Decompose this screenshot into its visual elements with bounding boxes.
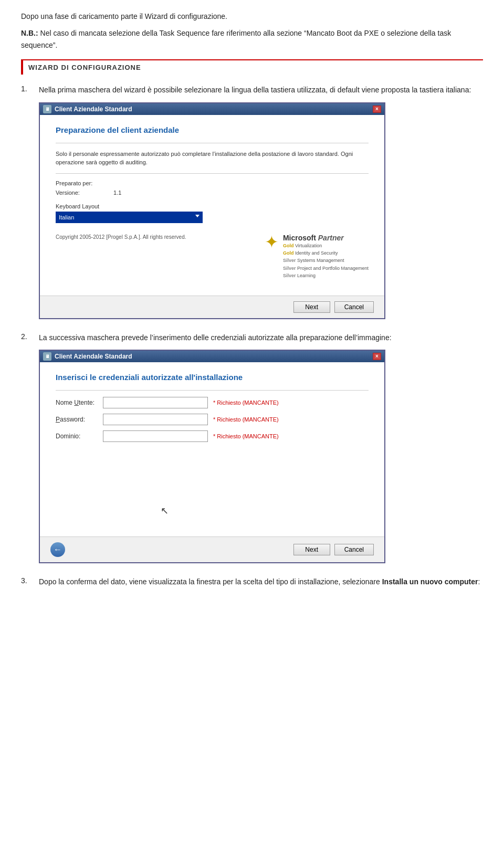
step-1: 1. Nella prima maschera del wizard è pos…	[21, 84, 483, 319]
step-1-content: Nella prima maschera del wizard è possib…	[39, 84, 483, 319]
field-row-versione: Versione: 1.1	[56, 190, 369, 196]
dialog-1-icon: 🖥	[43, 105, 51, 113]
cred-row-dominio: Dominio: * Richiesto (MANCANTE)	[56, 430, 369, 442]
dialog-1-next-button[interactable]: Next	[293, 301, 330, 313]
ms-partner-section: Copyright 2005-2012 [Progel S.p.A.]. All…	[56, 234, 369, 280]
dialog-1-body: Preparazione del client aziendale Solo i…	[40, 115, 384, 296]
underline-p: P	[56, 416, 60, 423]
cred-required-username: * Richiesto (MANCANTE)	[213, 399, 279, 406]
dialog-1-close[interactable]: ×	[373, 106, 381, 113]
cred-input-password[interactable]	[103, 414, 208, 425]
dialog-1-blue-title: Preparazione del client aziendale	[56, 125, 369, 134]
dropdown-arrow-icon	[195, 215, 200, 219]
nb-label: N.B.:	[21, 29, 38, 37]
dialog-2-titlebar: 🖥 Client Aziendale Standard ×	[40, 351, 384, 362]
field-value-versione: 1.1	[113, 190, 121, 196]
dialog-1: 🖥 Client Aziendale Standard × Preparazio…	[39, 102, 385, 319]
step-2-content: La successiva maschera prevede l’inserim…	[39, 332, 483, 563]
comp-3: Silver Systems Management	[283, 257, 369, 264]
step-2-number: 2.	[21, 332, 37, 563]
keyboard-selected-value: Italian	[59, 214, 74, 220]
dialog-2-title-text: Client Aziendale Standard	[55, 353, 132, 360]
cred-label-dominio: Dominio:	[56, 433, 103, 440]
comp-1: Gold Virtualization	[283, 242, 369, 249]
cred-required-dominio: * Richiesto (MANCANTE)	[213, 433, 279, 439]
step-2: 2. La successiva maschera prevede l’inse…	[21, 332, 483, 563]
dialog-2-bottom-row: ← Next Cancel	[50, 542, 374, 557]
dialog-1-title: Client Aziendale Standard	[55, 106, 132, 113]
ms-competencies: Gold Virtualization Gold Identity and Se…	[283, 242, 369, 280]
field-row-preparato: Preparato per:	[56, 180, 369, 186]
step-2-text: La successiva maschera prevede l’inserim…	[39, 332, 483, 343]
field-label-preparato: Preparato per:	[56, 180, 108, 186]
step-3: 3. Dopo la conferma del dato, viene visu…	[21, 576, 483, 594]
dialog-2-next-button[interactable]: Next	[293, 544, 330, 555]
section-header-text: WIZARD DI CONFIGURAZIONE	[28, 64, 141, 71]
dialog-2: 🖥 Client Aziendale Standard × Inserisci …	[39, 350, 385, 563]
titlebar-left: 🖥 Client Aziendale Standard	[43, 105, 132, 113]
cred-label-username: Nome Utente:	[56, 399, 103, 406]
dialog-2-close[interactable]: ×	[373, 353, 381, 360]
step-3-text: Dopo la conferma del dato, viene visuali…	[39, 576, 483, 587]
cred-required-password: * Richiesto (MANCANTE)	[213, 416, 279, 423]
step-3-content: Dopo la conferma del dato, viene visuali…	[39, 576, 483, 594]
cred-input-username[interactable]	[103, 397, 208, 408]
intro-item3: Dopo una fase di caricamento parte il Wi…	[21, 12, 227, 20]
dialog-2-cancel-button[interactable]: Cancel	[334, 544, 374, 555]
ms-partner-info: Microsoft Partner Gold Virtualization Go…	[283, 234, 369, 280]
dialog-1-separator2	[56, 173, 369, 174]
dialog-1-titlebar: 🖥 Client Aziendale Standard ×	[40, 103, 384, 115]
keyboard-dropdown[interactable]: Italian	[56, 212, 203, 223]
step-1-number: 1.	[21, 84, 37, 319]
keyboard-section: Keyboard Layout Italian	[56, 203, 369, 223]
dialog-2-icon: 🖥	[43, 352, 51, 361]
dialog-1-info: Solo il personale espressamente autorizz…	[56, 150, 369, 167]
nb-text: Nel caso di mancata selezione della Task…	[21, 29, 451, 49]
cursor-icon: ↖	[161, 505, 169, 517]
comp-4: Silver Project and Portfolio Management	[283, 265, 369, 272]
keyboard-select-row: Italian	[56, 212, 369, 223]
step-3-text-bold: Installa un nuovo computer	[382, 577, 478, 586]
dialog-2-separator	[56, 390, 369, 391]
ms-brand: Microsoft	[283, 234, 316, 242]
copyright-text: Copyright 2005-2012 [Progel S.p.A.]. All…	[56, 234, 186, 241]
ms-star-icon: ✦	[265, 234, 279, 250]
intro-paragraph-3: Dopo una fase di caricamento parte il Wi…	[21, 10, 483, 51]
comp-5: Silver Learning	[283, 272, 369, 279]
ms-partner-word: Partner	[318, 234, 344, 242]
dialog-2-body: Inserisci le credenziali autorizzate all…	[40, 362, 384, 537]
keyboard-layout-label: Keyboard Layout	[56, 203, 369, 209]
dialog-2-blue-title: Inserisci le credenziali autorizzate all…	[56, 373, 369, 382]
cred-spacer: ↖	[56, 447, 369, 526]
dialog-2-titlebar-left: 🖥 Client Aziendale Standard	[43, 352, 132, 361]
intro-nb-paragraph: N.B.: Nel caso di mancata selezione dell…	[21, 27, 483, 51]
field-label-versione: Versione:	[56, 190, 108, 196]
cred-label-password: Password:	[56, 416, 103, 423]
dialog-1-separator	[56, 143, 369, 143]
ms-logo-text: Microsoft Partner	[283, 234, 369, 242]
comp-2: Gold Identity and Security	[283, 249, 369, 257]
cred-input-dominio[interactable]	[103, 430, 208, 442]
step-3-text-end: :	[478, 577, 480, 586]
ms-partner-block: ✦ Microsoft Partner Gold Virtualization …	[265, 234, 369, 280]
dialog-2-right-buttons: Next Cancel	[293, 544, 374, 555]
dialog-2-footer: ← Next Cancel	[40, 537, 384, 562]
step-3-number: 3.	[21, 576, 37, 594]
section-header: WIZARD DI CONFIGURAZIONE	[21, 59, 483, 75]
cred-row-password: Password: * Richiesto (MANCANTE)	[56, 414, 369, 425]
underline-u: U	[74, 399, 79, 406]
intro-item3-text: Dopo una fase di caricamento parte il Wi…	[21, 10, 483, 22]
dialog-1-footer: Next Cancel	[40, 296, 384, 318]
dialog-1-cancel-button[interactable]: Cancel	[334, 301, 374, 313]
cred-row-username: Nome Utente: * Richiesto (MANCANTE)	[56, 397, 369, 408]
step-1-text: Nella prima maschera del wizard è possib…	[39, 84, 483, 96]
back-button[interactable]: ←	[50, 542, 65, 557]
step-3-text-start: Dopo la conferma del dato, viene visuali…	[39, 577, 382, 586]
